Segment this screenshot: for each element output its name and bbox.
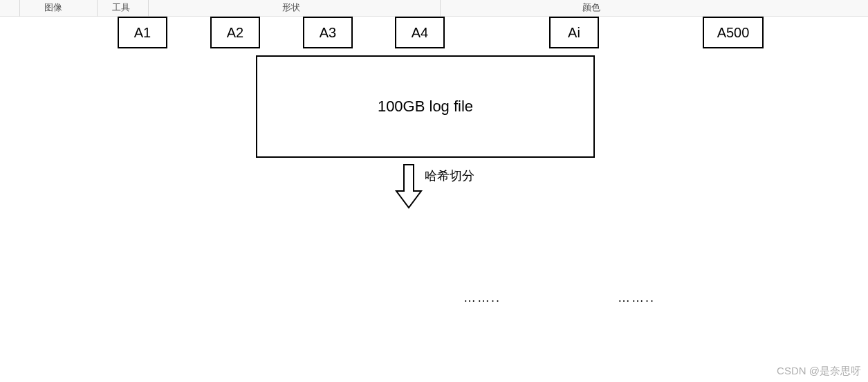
- split-box-a2: A2: [210, 17, 260, 48]
- main-log-file-label: 100GB log file: [378, 98, 473, 116]
- down-arrow-icon: [394, 163, 424, 210]
- split-box-label: A500: [717, 25, 750, 41]
- diagram-canvas: 100GB log file 哈希切分 A1 A2 A3 A4 …….. Ai …: [0, 17, 868, 382]
- toolbar: 图像 工具 形状 颜色: [0, 0, 868, 17]
- split-box-label: A1: [134, 25, 151, 41]
- tab-color[interactable]: 颜色: [582, 1, 600, 14]
- split-box-ai: Ai: [549, 17, 599, 48]
- toolbar-separator: [97, 0, 98, 17]
- split-box-a3: A3: [303, 17, 353, 48]
- split-box-a500: A500: [703, 17, 764, 48]
- toolbar-separator: [148, 0, 149, 17]
- tab-shape[interactable]: 形状: [282, 1, 300, 14]
- toolbar-separator: [440, 0, 441, 17]
- split-box-label: A3: [320, 25, 336, 41]
- tab-image[interactable]: 图像: [44, 1, 62, 14]
- watermark: CSDN @是奈思呀: [777, 365, 861, 378]
- arrow-label: 哈希切分: [425, 167, 474, 184]
- split-box-a1: A1: [118, 17, 167, 48]
- tab-tools[interactable]: 工具: [112, 1, 130, 14]
- split-box-label: A4: [412, 25, 428, 41]
- toolbar-separator: [19, 0, 20, 17]
- split-box-a4: A4: [395, 17, 445, 48]
- split-box-label: A2: [227, 25, 243, 41]
- main-log-file-box: 100GB log file: [256, 55, 595, 158]
- split-box-label: Ai: [568, 25, 580, 41]
- ellipsis-1: ……..: [463, 291, 501, 305]
- ellipsis-2: ……..: [618, 291, 655, 305]
